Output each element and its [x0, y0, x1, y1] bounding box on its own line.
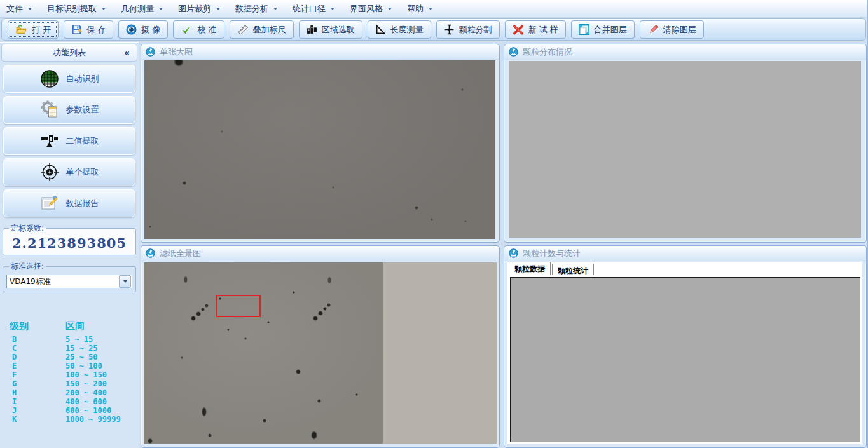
- distribution-panel: 颗粒分布情况: [504, 44, 867, 243]
- grade-row: H200 ~ 400: [10, 388, 134, 397]
- merge-layers-icon: [579, 24, 589, 35]
- panel-title: 滤纸全景图: [160, 248, 201, 259]
- save-icon: [71, 24, 82, 35]
- distribution-placeholder: [509, 61, 861, 238]
- sidebar-header: 功能列表 «: [1, 44, 137, 62]
- menu-statistic-scope[interactable]: 统计口径: [293, 3, 334, 15]
- menu-target-extract[interactable]: 目标识别提取: [47, 3, 106, 15]
- single-image-panel-header: 单张大图: [141, 44, 499, 60]
- grade-range-header: 区间: [65, 320, 134, 332]
- standard-select-value: VDA19标准: [7, 276, 119, 287]
- chevron-down-icon: [216, 8, 220, 10]
- calibration-label: 定标系数:: [9, 223, 46, 234]
- filter-overview-panel-header: 滤纸全景图: [141, 246, 499, 261]
- clear-layers-button[interactable]: 清除图层: [640, 20, 704, 39]
- auto-recognize-icon: [40, 69, 59, 88]
- microscope-icon: [509, 248, 518, 258]
- new-sample-x-icon: [513, 24, 524, 36]
- region-select-button[interactable]: 区域选取: [299, 20, 362, 39]
- grade-row: B5 ~ 15: [10, 335, 134, 344]
- chevron-down-icon: [102, 8, 106, 10]
- statistics-panel: 颗粒计数与统计 颗粒数据 颗粒统计: [504, 245, 867, 448]
- filter-overview-panel: 滤纸全景图: [141, 245, 500, 448]
- single-extract-icon: [40, 163, 59, 182]
- menu-file[interactable]: 文件: [6, 3, 32, 15]
- auto-recognize-button[interactable]: 自动识别: [3, 65, 135, 93]
- open-button[interactable]: 打 开: [8, 20, 59, 39]
- menu-image-crop[interactable]: 图片裁剪: [178, 3, 220, 15]
- microscope-icon: [146, 47, 155, 57]
- open-folder-icon: [15, 24, 27, 35]
- panel-title: 颗粒分布情况: [523, 46, 572, 58]
- statistics-tabs: 颗粒数据 颗粒统计: [507, 262, 862, 275]
- tab-particle-data[interactable]: 颗粒数据: [509, 262, 551, 275]
- length-measure-button[interactable]: 长度测量: [368, 20, 431, 39]
- calibration-group: 定标系数: 2.2123893805: [3, 223, 136, 255]
- binary-extract-icon: [40, 132, 59, 151]
- filter-overview-area: [144, 262, 497, 444]
- menu-geometry-measure[interactable]: 几何测量: [121, 3, 163, 15]
- calibration-value: 2.2123893805: [6, 234, 133, 253]
- calibrate-button[interactable]: 校 准: [173, 20, 224, 39]
- app-window: 文件 目标识别提取 几何测量 图片裁剪 数据分析 统计口径 界面风格 帮助 打 …: [0, 0, 868, 448]
- save-button[interactable]: 保 存: [64, 20, 113, 39]
- chevron-down-icon: [28, 8, 32, 10]
- overlay-ruler-icon: [237, 24, 249, 36]
- grade-row: K1000 ~ 99999: [10, 415, 134, 424]
- single-image-panel: 单张大图: [141, 44, 500, 243]
- selection-rectangle[interactable]: [216, 295, 261, 317]
- panel-title: 颗粒计数与统计: [523, 248, 581, 259]
- particle-split-icon: [444, 24, 455, 35]
- clear-layers-pencil-icon: [647, 24, 659, 36]
- new-sample-button[interactable]: 新 试 样: [505, 20, 566, 39]
- menu-bar: 文件 目标识别提取 几何测量 图片裁剪 数据分析 统计口径 界面风格 帮助: [0, 0, 867, 18]
- panel-title: 单张大图: [160, 46, 193, 58]
- tab-particle-statistics[interactable]: 颗粒统计: [552, 264, 594, 275]
- grade-row: C15 ~ 25: [10, 344, 134, 353]
- parameter-settings-icon: [40, 100, 59, 119]
- grade-row: G150 ~ 200: [10, 379, 134, 388]
- statistics-content: 颗粒数据 颗粒统计: [507, 262, 862, 444]
- toolbar: 打 开 保 存 摄 像 校 准 叠加标尺 区域选取 长度测量 颗粒分割: [1, 18, 866, 41]
- standard-label: 标准选择:: [9, 261, 46, 272]
- standard-group: 标准选择: VDA19标准: [3, 261, 136, 292]
- statistics-grid-placeholder: [510, 277, 860, 442]
- region-bars-icon: [307, 24, 317, 35]
- dropdown-arrow-icon[interactable]: [119, 275, 131, 288]
- menu-help[interactable]: 帮助: [407, 3, 432, 15]
- binary-extract-button[interactable]: 二值提取: [3, 127, 135, 155]
- microscope-icon: [146, 248, 155, 258]
- chevron-down-icon: [273, 8, 277, 10]
- collapse-sidebar-icon[interactable]: «: [124, 48, 130, 58]
- single-image-canvas[interactable]: [144, 60, 495, 239]
- standard-select[interactable]: VDA19标准: [6, 275, 132, 288]
- parameter-settings-button[interactable]: 参数设置: [3, 96, 135, 124]
- sidebar: 功能列表 « 自动识别 参数设置 二值提取 单个提取 数据报告 定标系数: 2.…: [0, 42, 139, 448]
- grade-row: F100 ~ 150: [10, 370, 134, 379]
- chevron-down-icon: [331, 8, 334, 10]
- menu-data-analysis[interactable]: 数据分析: [235, 3, 277, 15]
- calibrate-check-icon: [181, 24, 193, 35]
- single-extract-button[interactable]: 单个提取: [3, 158, 135, 186]
- sidebar-title: 功能列表: [53, 47, 86, 58]
- menu-ui-style[interactable]: 界面风格: [350, 3, 392, 15]
- camera-button[interactable]: 摄 像: [118, 20, 168, 39]
- distribution-panel-header: 颗粒分布情况: [504, 44, 866, 60]
- statistics-panel-header: 颗粒计数与统计: [504, 246, 866, 261]
- chevron-down-icon: [159, 8, 163, 10]
- data-report-button[interactable]: 数据报告: [3, 189, 135, 217]
- chevron-down-icon: [388, 8, 392, 10]
- grade-row: J600 ~ 1000: [10, 406, 134, 415]
- grade-row: D25 ~ 50: [10, 353, 134, 362]
- overlay-ruler-button[interactable]: 叠加标尺: [230, 20, 294, 39]
- data-report-icon: [40, 194, 59, 213]
- grade-row: E50 ~ 100: [10, 362, 134, 370]
- chevron-down-icon: [429, 8, 432, 10]
- triangle-ruler-icon: [375, 24, 386, 35]
- merge-layers-button[interactable]: 合并图层: [571, 20, 635, 39]
- grade-row: I400 ~ 600: [10, 397, 134, 406]
- filter-overview-canvas[interactable]: [144, 262, 383, 444]
- grade-table: 级别 区间 B5 ~ 15 C15 ~ 25 D25 ~ 50 E50 ~ 10…: [10, 320, 134, 424]
- particle-split-button[interactable]: 颗粒分割: [436, 20, 500, 39]
- grade-level-header: 级别: [10, 320, 65, 332]
